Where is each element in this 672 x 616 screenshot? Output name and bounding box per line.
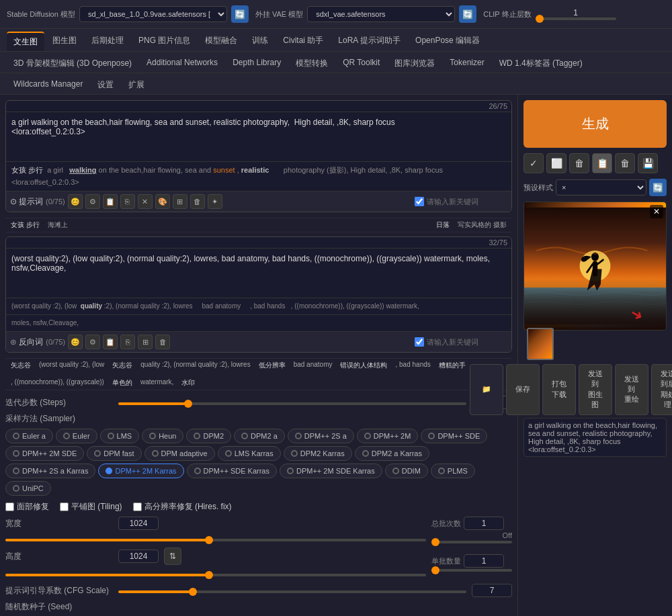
- cfg-value-input[interactable]: [472, 584, 512, 597]
- face-fix-checkbox[interactable]: 面部修复: [5, 501, 49, 513]
- tab-modelmerge[interactable]: 模型融合: [198, 32, 244, 51]
- tab-extensions[interactable]: 扩展: [122, 76, 151, 94]
- negative-copy2-icon[interactable]: ⊞: [138, 335, 153, 349]
- tab-3dbone[interactable]: 3D 骨架模型编辑 (3D Openpose): [7, 54, 138, 73]
- positive-keyword-input[interactable]: [427, 197, 507, 206]
- pack-download-btn[interactable]: 打包 下载: [542, 364, 576, 415]
- tab-img2img[interactable]: 图生图: [46, 32, 83, 51]
- tab-lora[interactable]: LoRA 提示词助手: [331, 32, 407, 51]
- send-imggen-btn[interactable]: 发送 到 图生图: [579, 364, 612, 415]
- toolbar-paste-icon[interactable]: 📋: [592, 153, 612, 173]
- sampler-dpmpp2mkarras[interactable]: DPM++ 2M Karras: [98, 464, 183, 478]
- tab-wd14[interactable]: WD 1.4标签器 (Tagger): [493, 54, 589, 73]
- positive-style-icon[interactable]: 🎨: [155, 194, 170, 209]
- tab-pnginfo[interactable]: PNG 图片信息: [132, 32, 197, 51]
- hires-fix-checkbox[interactable]: 高分辨率修复 (Hires. fix): [133, 501, 232, 513]
- sd-model-refresh-btn[interactable]: 🔄: [231, 5, 249, 23]
- negative-keyword-input[interactable]: [427, 338, 507, 346]
- total-count-slider[interactable]: [431, 541, 512, 543]
- tab-tokenizer[interactable]: Tokenizer: [443, 54, 491, 73]
- negative-settings-icon[interactable]: ⚙: [85, 335, 100, 349]
- tab-openpose[interactable]: OpenPose 编辑器: [409, 32, 487, 51]
- batch-size-input[interactable]: [464, 554, 504, 568]
- sampler-dpm2a[interactable]: DPM2 a: [234, 429, 285, 443]
- sampler-ddim[interactable]: DDIM: [385, 464, 428, 478]
- clip-slider[interactable]: [536, 17, 616, 20]
- positive-delete-icon[interactable]: 🗑: [190, 194, 205, 209]
- steps-slider[interactable]: [118, 402, 466, 405]
- width-slider[interactable]: [5, 539, 426, 541]
- positive-copy-icon[interactable]: ⎘: [120, 194, 135, 209]
- positive-magic-icon[interactable]: ✦: [208, 194, 222, 209]
- positive-paste-icon[interactable]: 📋: [103, 194, 118, 209]
- positive-copy2-icon[interactable]: ⊞: [173, 194, 187, 209]
- sampler-lmskarras[interactable]: LMS Karras: [218, 446, 281, 461]
- batch-size-slider[interactable]: [431, 569, 512, 572]
- sampler-dpmpp2msde[interactable]: DPM++ 2M SDE: [5, 446, 84, 461]
- tab-gallery[interactable]: 图库浏览器: [388, 54, 442, 73]
- swap-wh-btn[interactable]: ⇅: [164, 547, 181, 565]
- sampler-dpppsdekarras[interactable]: DPM++ SDE Karras: [187, 464, 277, 478]
- toolbar-square-icon[interactable]: ⬜: [546, 153, 566, 173]
- sampler-dpm2[interactable]: DPM2: [186, 429, 231, 443]
- sampler-plms[interactable]: PLMS: [431, 464, 475, 478]
- sampler-dpmpp2m[interactable]: DPM++ 2M: [357, 429, 419, 443]
- tab-modeltrans[interactable]: 模型转换: [289, 54, 335, 73]
- width-value-input[interactable]: [118, 517, 159, 530]
- negative-copy-icon[interactable]: ⎘: [120, 335, 135, 349]
- vae-model-refresh-btn[interactable]: 🔄: [459, 5, 476, 23]
- sampler-dpmadaptive[interactable]: DPM adaptive: [144, 446, 215, 461]
- tiling-checkbox[interactable]: 平铺图 (Tiling): [60, 501, 122, 513]
- tab-civitai[interactable]: Civitai 助手: [276, 32, 330, 51]
- negative-prompt-textarea[interactable]: (worst quality:2), (low quality:2), (nor…: [6, 249, 511, 296]
- tab-depthlibrary[interactable]: Depth Library: [226, 54, 288, 73]
- save-btn[interactable]: 保存: [506, 364, 540, 415]
- height-value-input[interactable]: [118, 549, 159, 563]
- sampler-unipc[interactable]: UniPC: [5, 481, 51, 496]
- negative-translate-checkbox[interactable]: [415, 337, 424, 347]
- sampler-dpmpp2sa[interactable]: DPM++ 2S a: [288, 429, 354, 443]
- positive-emoji-icon[interactable]: 😊: [68, 194, 83, 209]
- sampler-heun[interactable]: Heun: [142, 429, 183, 443]
- tab-qrtoolkit[interactable]: QR Toolkit: [336, 54, 386, 73]
- positive-settings-icon[interactable]: ⚙: [85, 194, 100, 209]
- vae-model-select[interactable]: sdxl_vae.safetensors: [307, 6, 455, 22]
- height-slider[interactable]: [5, 574, 426, 576]
- toolbar-check-icon[interactable]: ✓: [523, 153, 544, 173]
- preset-refresh-btn[interactable]: 🔄: [649, 179, 667, 196]
- send-postprocess-btn[interactable]: 发送 到后 期处理: [651, 364, 673, 415]
- folder-btn[interactable]: 📁: [470, 364, 503, 415]
- negative-paste-icon[interactable]: 📋: [103, 335, 118, 349]
- generate-button[interactable]: 生成: [523, 100, 667, 148]
- sampler-dpmppsde[interactable]: DPM++ SDE: [421, 429, 487, 443]
- batch-size-label: 单批数量: [431, 556, 461, 566]
- negative-delete-icon[interactable]: 🗑: [155, 335, 170, 349]
- sampler-euler[interactable]: Euler: [56, 429, 97, 443]
- sampler-dpm2karras[interactable]: DPM2 Karras: [284, 446, 352, 461]
- sampler-lms[interactable]: LMS: [100, 429, 140, 443]
- tab-settings[interactable]: 设置: [91, 76, 120, 94]
- positive-prompt-textarea[interactable]: a girl walking on the beach,hair flowing…: [6, 112, 511, 159]
- positive-clear-icon[interactable]: ✕: [138, 194, 153, 209]
- sampler-dpmfast[interactable]: DPM fast: [87, 446, 141, 461]
- image-close-btn[interactable]: ✕: [650, 205, 663, 218]
- toolbar-delete-icon[interactable]: 🗑: [615, 153, 635, 173]
- tab-postprocess[interactable]: 后期处理: [85, 32, 130, 51]
- tab-addnets[interactable]: Additional Networks: [140, 54, 224, 73]
- tab-txt2img[interactable]: 文生图: [7, 32, 44, 51]
- sampler-dpm2akarras[interactable]: DPM2 a Karras: [355, 446, 429, 461]
- toolbar-save-icon[interactable]: 💾: [638, 153, 658, 173]
- tab-wildcards[interactable]: Wildcards Manager: [7, 76, 89, 94]
- send-redraw-btn[interactable]: 发送 到 重绘: [615, 364, 648, 415]
- cfg-slider[interactable]: [118, 590, 466, 593]
- tab-train[interactable]: 训练: [245, 32, 275, 51]
- positive-translate-checkbox[interactable]: [415, 197, 424, 206]
- negative-emoji-icon[interactable]: 😊: [68, 335, 83, 349]
- sampler-dpmpp2sakarras[interactable]: DPM++ 2S a Karras: [5, 464, 95, 478]
- sampler-euler-a[interactable]: Euler a: [5, 429, 53, 443]
- toolbar-trash-icon[interactable]: 🗑: [569, 153, 589, 173]
- preset-select[interactable]: ×: [556, 179, 646, 195]
- sampler-dpmpp2msdekarras[interactable]: DPM++ 2M SDE Karras: [280, 464, 382, 478]
- total-count-input[interactable]: [464, 517, 504, 530]
- sd-model-select[interactable]: sd_xl_base_1.0_0.9vae.safetensors [e6bb9…: [79, 6, 227, 22]
